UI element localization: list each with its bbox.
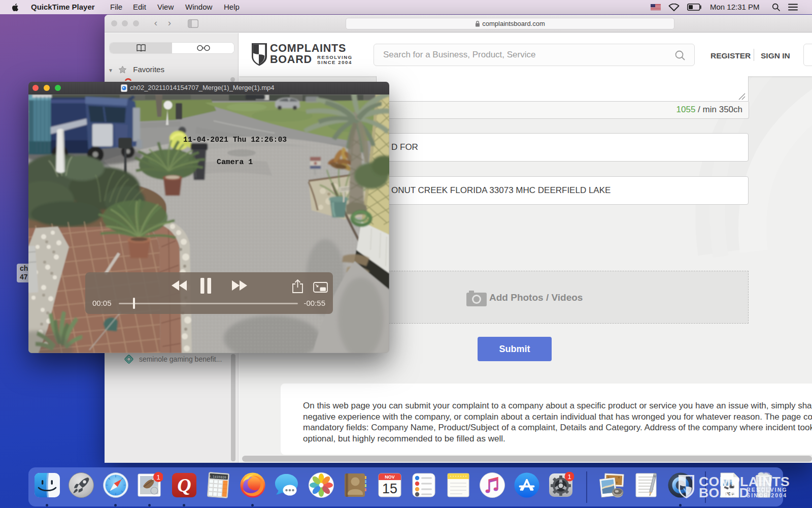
svg-text:Q: Q bbox=[177, 474, 191, 496]
svg-text:11-04-2021 Thu 12:26:03: 11-04-2021 Thu 12:26:03 bbox=[183, 136, 287, 144]
svg-text:BOARD: BOARD bbox=[270, 53, 312, 66]
svg-text:1: 1 bbox=[567, 473, 571, 481]
svg-text:15: 15 bbox=[382, 481, 397, 496]
svg-text:Camera 1: Camera 1 bbox=[217, 158, 253, 166]
svg-text:BOARD: BOARD bbox=[699, 485, 749, 499]
svg-text:COMPLAINTS: COMPLAINTS bbox=[270, 42, 346, 54]
svg-text:NOV: NOV bbox=[385, 474, 395, 480]
svg-text:SINCE 2004: SINCE 2004 bbox=[317, 59, 352, 65]
svg-text:1: 1 bbox=[156, 473, 160, 481]
svg-text:SINCE 2004: SINCE 2004 bbox=[747, 492, 787, 498]
